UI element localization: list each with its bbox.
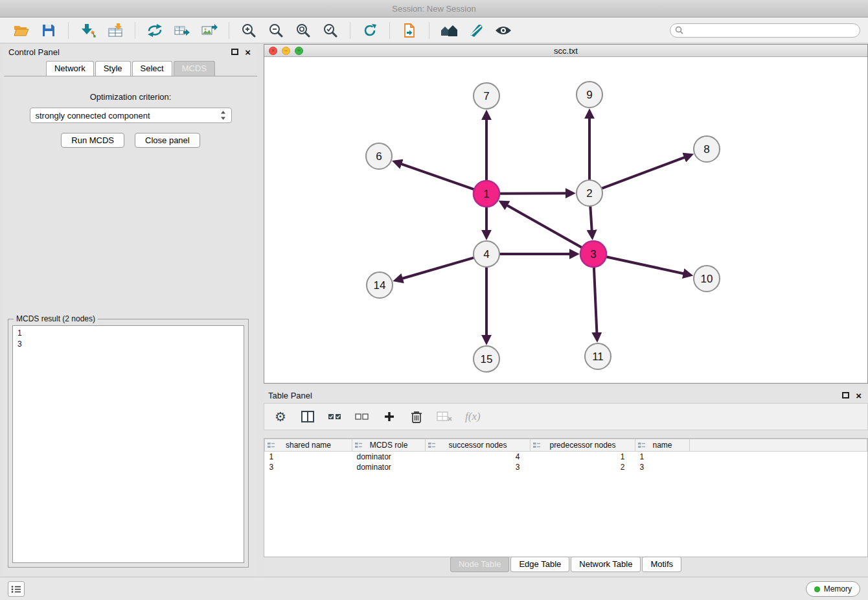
tab-select[interactable]: Select	[132, 61, 172, 76]
add-column-icon[interactable]	[382, 409, 396, 424]
zoom-out-icon[interactable]	[266, 20, 286, 41]
network-from-selection-icon[interactable]	[144, 20, 165, 41]
refresh-view-icon[interactable]	[360, 20, 380, 41]
graph-node-label: 1	[483, 188, 489, 200]
table-cell[interactable]: 1	[635, 452, 690, 462]
show-hide-eye-icon[interactable]	[493, 20, 514, 41]
toolbar-separator	[68, 22, 69, 39]
toolbar-separator	[135, 22, 135, 39]
table-cell[interactable]: 3	[426, 462, 531, 472]
clone-document-icon[interactable]	[399, 20, 420, 41]
column-header-predecessor-nodes[interactable]: predecessor nodes	[531, 439, 635, 452]
home-view-icon[interactable]	[439, 20, 459, 41]
tab-style[interactable]: Style	[95, 61, 131, 76]
graph-node-1[interactable]: 1	[474, 181, 499, 207]
select-all-columns-icon[interactable]	[328, 409, 342, 424]
export-table-icon[interactable]	[172, 20, 192, 41]
column-header-successor-nodes[interactable]: successor nodes	[426, 439, 531, 452]
close-panel-icon[interactable]: ×	[245, 47, 251, 57]
deselect-all-columns-icon[interactable]	[355, 409, 369, 424]
window-close-icon[interactable]: ×	[269, 47, 277, 55]
run-mcds-button[interactable]: Run MCDS	[61, 133, 124, 148]
graph-edge-3-1[interactable]	[501, 202, 582, 248]
save-session-icon[interactable]	[38, 20, 59, 41]
graph-edge-3-11[interactable]	[594, 267, 597, 340]
graph-node-15[interactable]: 15	[474, 346, 499, 372]
table-cell[interactable]: dominator	[352, 452, 426, 462]
optimization-criterion-label: Optimization criterion:	[4, 92, 257, 102]
table-cell[interactable]: 3	[635, 462, 690, 472]
tab-network[interactable]: Network	[46, 61, 94, 76]
graph-edge-2-8[interactable]	[602, 155, 691, 189]
graph-edge-3-10[interactable]	[606, 257, 691, 275]
table-cell[interactable]: 3	[265, 462, 352, 472]
search-input[interactable]	[686, 26, 855, 35]
graph-edge-4-14[interactable]	[396, 258, 474, 281]
window-zoom-icon[interactable]: +	[295, 47, 303, 55]
delete-column-trash-icon[interactable]	[409, 409, 424, 424]
open-session-icon[interactable]	[11, 20, 32, 41]
table-settings-gear-icon[interactable]: ⚙	[273, 409, 288, 424]
float-panel-icon[interactable]	[842, 392, 849, 398]
graph-edge-1-6[interactable]	[395, 162, 475, 190]
graph-node-14[interactable]: 14	[367, 272, 393, 298]
window-minimize-icon[interactable]: −	[282, 47, 290, 55]
graph-node-label: 3	[590, 248, 596, 260]
network-window-titlebar: scc.txt × − +	[264, 45, 867, 57]
table-cell[interactable]: 4	[426, 452, 531, 462]
column-header-shared-name[interactable]: shared name	[265, 439, 352, 452]
mcds-result-list[interactable]: 13	[12, 325, 244, 563]
memory-button[interactable]: Memory	[806, 581, 860, 597]
column-header-mcds-role[interactable]: MCDS role	[352, 439, 426, 452]
control-panel: Control Panel × NetworkStyleSelectMCDS O…	[4, 44, 257, 577]
graph-node-3[interactable]: 3	[580, 241, 606, 267]
apply-style-icon[interactable]	[466, 20, 486, 41]
close-panel-button[interactable]: Close panel	[135, 133, 200, 148]
graph-node-4[interactable]: 4	[474, 241, 499, 267]
table-cell[interactable]: dominator	[352, 462, 426, 472]
graph-node-label: 4	[483, 248, 489, 260]
search-field[interactable]	[670, 23, 860, 38]
column-header-name[interactable]: name	[635, 439, 690, 452]
fit-content-icon[interactable]	[293, 20, 314, 41]
graph-edge-2-3[interactable]	[590, 206, 592, 237]
graph-node-9[interactable]: 9	[577, 82, 602, 108]
float-panel-icon[interactable]	[231, 49, 238, 55]
table-cell[interactable]: 1	[265, 452, 352, 462]
graph-node-8[interactable]: 8	[694, 136, 720, 162]
list-icon	[11, 585, 21, 594]
task-history-button[interactable]	[8, 581, 25, 597]
tab-edge-table[interactable]: Edge Table	[510, 557, 569, 572]
graph-node-11[interactable]: 11	[585, 343, 611, 369]
zoom-selected-icon[interactable]	[320, 20, 341, 41]
tab-node-table[interactable]: Node Table	[450, 557, 510, 572]
graph-node-10[interactable]: 10	[694, 266, 720, 292]
toolbar-separator	[389, 22, 390, 39]
memory-status-icon	[814, 586, 820, 592]
column-label: MCDS role	[370, 441, 408, 450]
graph-edge-1-2[interactable]	[499, 193, 573, 194]
table-cell[interactable]: 1	[531, 452, 635, 462]
import-network-icon[interactable]	[78, 20, 98, 41]
column-label: predecessor nodes	[549, 441, 615, 450]
criterion-dropdown[interactable]: strongly connected component	[30, 108, 232, 123]
tab-network-table[interactable]: Network Table	[571, 557, 641, 572]
tab-mcds[interactable]: MCDS	[174, 61, 215, 76]
table-row[interactable]: 1dominator411	[265, 452, 867, 462]
show-columns-icon[interactable]	[301, 409, 315, 424]
graph-node-2[interactable]: 2	[577, 180, 602, 206]
import-table-icon[interactable]	[105, 20, 126, 41]
network-window-title: scc.txt	[264, 46, 867, 56]
close-panel-icon[interactable]: ×	[856, 391, 862, 400]
toolbar-separator	[350, 22, 350, 39]
network-canvas[interactable]: 7968124314101511	[264, 57, 867, 383]
graph-node-6[interactable]: 6	[366, 143, 392, 169]
tab-motifs[interactable]: Motifs	[642, 557, 681, 572]
mcds-result-group: MCDS result (2 nodes) 13	[8, 319, 249, 568]
table-row[interactable]: 3dominator323	[265, 462, 867, 472]
export-image-icon[interactable]	[199, 20, 220, 41]
graph-node-7[interactable]: 7	[474, 83, 499, 109]
table-cell[interactable]: 2	[531, 462, 635, 472]
zoom-in-icon[interactable]	[238, 20, 259, 41]
delete-table-icon	[437, 409, 452, 424]
